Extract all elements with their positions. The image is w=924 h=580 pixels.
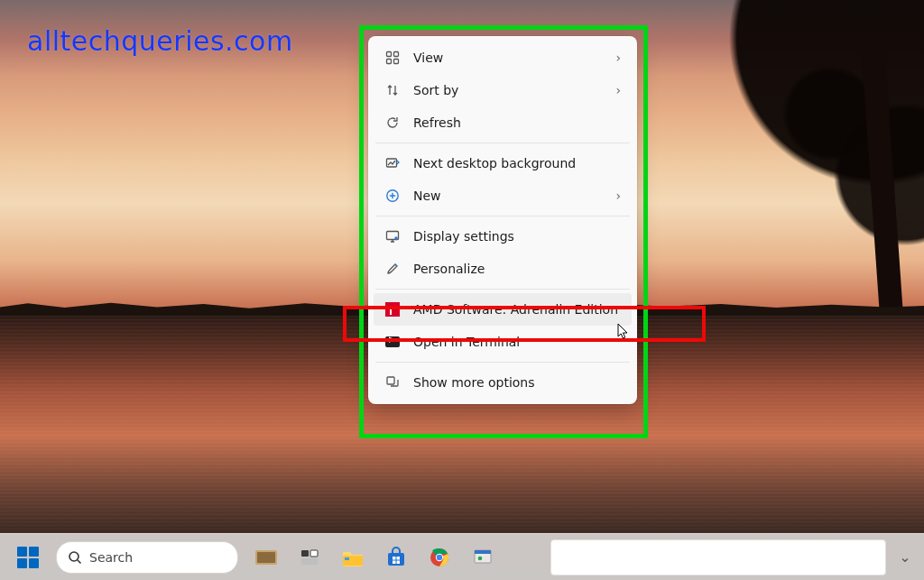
new-icon [384,188,401,204]
menu-label: New [413,189,603,203]
menu-item-amd-software[interactable]: AMD Software: Adrenalin Edition [374,293,632,326]
windows-logo-icon [17,547,39,568]
svg-rect-8 [387,377,394,384]
svg-rect-15 [343,556,363,566]
taskbar-app-chrome[interactable] [420,539,458,576]
svg-rect-19 [397,557,401,560]
taskbar-system-tray-area[interactable] [550,539,886,575]
svg-rect-26 [475,550,491,554]
svg-rect-11 [257,552,275,563]
menu-separator [375,362,630,363]
chevron-right-icon: › [615,51,621,65]
taskbar-app-task-view[interactable] [291,539,328,576]
taskbar-peek-desktop[interactable]: ⌄ [895,548,915,566]
terminal-icon [384,334,401,350]
svg-rect-18 [393,557,396,560]
sort-icon [384,82,401,98]
svg-rect-1 [394,52,399,57]
menu-item-next-desktop-background[interactable]: Next desktop background [374,147,632,180]
menu-item-open-in-terminal[interactable]: Open in Terminal [374,326,632,358]
menu-item-view[interactable]: View › [374,41,632,74]
svg-rect-14 [301,558,318,565]
svg-rect-0 [387,52,392,57]
menu-label: View [413,51,603,65]
taskbar-app-microsoft-store[interactable] [377,539,415,576]
amd-icon [384,301,401,318]
display-settings-icon [384,228,401,244]
menu-label: Display settings [413,229,621,244]
search-placeholder: Search [89,550,133,565]
start-button[interactable] [9,539,47,576]
desktop-context-menu: View › Sort by › Refresh [368,36,637,404]
next-background-icon [384,155,401,171]
taskbar-app-widgets[interactable] [247,539,285,576]
svg-point-27 [478,556,483,560]
svg-point-9 [69,552,79,561]
svg-point-7 [394,236,398,240]
taskbar-app-generic[interactable] [464,539,502,576]
menu-label: Refresh [413,115,621,130]
svg-rect-20 [393,560,396,564]
chevron-right-icon: › [615,83,621,97]
personalize-icon [384,261,401,277]
view-icon [384,50,401,66]
svg-rect-13 [310,550,318,557]
refresh-icon [384,115,401,131]
menu-label: Show more options [413,375,621,390]
svg-rect-17 [388,553,404,566]
menu-separator [375,143,630,143]
svg-rect-16 [345,557,349,560]
svg-rect-12 [301,550,309,557]
menu-item-refresh[interactable]: Refresh [374,106,632,139]
taskbar-search[interactable]: Search [56,541,238,574]
menu-label: AMD Software: Adrenalin Edition [413,302,621,317]
menu-label: Personalize [413,262,621,276]
menu-label: Sort by [413,83,603,97]
menu-separator [375,289,630,290]
menu-separator [375,216,630,216]
menu-label: Open in Terminal [413,335,621,349]
taskbar-pinned-apps [247,539,502,576]
source-watermark: alltechqueries.com [27,25,293,57]
svg-rect-3 [394,60,399,64]
menu-item-sort-by[interactable]: Sort by › [374,74,632,106]
menu-label: Next desktop background [413,156,621,170]
menu-item-display-settings[interactable]: Display settings [374,220,632,253]
search-icon [68,550,82,565]
chevron-right-icon: › [615,189,621,203]
taskbar: Search [0,533,924,580]
svg-rect-2 [387,60,392,64]
taskbar-app-file-explorer[interactable] [334,539,372,576]
menu-item-personalize[interactable]: Personalize [374,253,632,285]
menu-item-show-more-options[interactable]: Show more options [374,366,632,399]
more-options-icon [384,374,401,391]
menu-item-new[interactable]: New › [374,180,632,212]
svg-rect-21 [397,560,401,564]
svg-point-24 [437,554,442,559]
